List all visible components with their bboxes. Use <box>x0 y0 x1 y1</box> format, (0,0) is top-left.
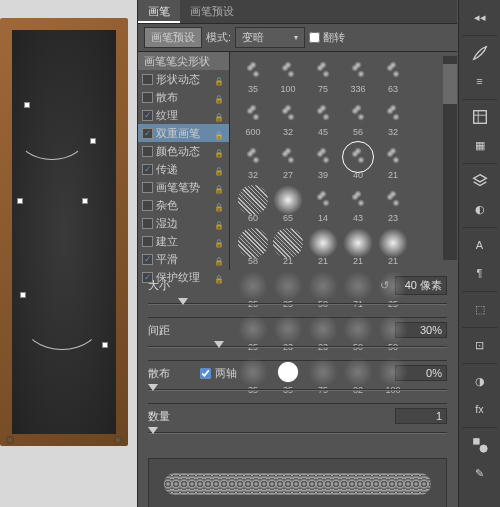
anchor-point[interactable] <box>24 102 30 108</box>
scatter-slider[interactable] <box>148 383 447 397</box>
lock-icon[interactable] <box>214 128 225 139</box>
info-icon[interactable]: ⊡ <box>465 332 495 358</box>
layers-icon[interactable] <box>465 168 495 194</box>
option-双重画笔[interactable]: 双重画笔 <box>138 124 229 142</box>
lock-icon[interactable] <box>214 236 225 247</box>
anchor-point[interactable] <box>90 138 96 144</box>
flip-checkbox[interactable]: 翻转 <box>309 30 345 45</box>
option-checkbox[interactable] <box>142 110 153 121</box>
brush-preset[interactable]: 45 <box>306 99 340 141</box>
lock-icon[interactable] <box>214 254 225 265</box>
slider-handle[interactable] <box>178 298 188 305</box>
collapse-icon[interactable]: ◂◂ <box>465 4 495 30</box>
tab-brush-presets[interactable]: 画笔预设 <box>180 0 244 23</box>
brush-preset[interactable]: 21 <box>376 142 410 184</box>
brush-preset[interactable]: 56 <box>341 99 375 141</box>
paragraph-icon[interactable]: ¶ <box>465 260 495 286</box>
brush-preset[interactable]: 21 <box>271 228 305 270</box>
channels-icon[interactable]: ◐ <box>465 196 495 222</box>
brush-preset[interactable]: 35 <box>236 56 270 98</box>
option-形状动态[interactable]: 形状动态 <box>138 70 229 88</box>
option-checkbox[interactable] <box>142 182 153 193</box>
count-field[interactable]: 1 <box>395 408 447 424</box>
brush-preset[interactable]: 58 <box>236 228 270 270</box>
option-checkbox[interactable] <box>142 146 153 157</box>
reset-size-icon[interactable]: ↺ <box>380 279 389 292</box>
brush-preset[interactable]: 39 <box>306 142 340 184</box>
tab-brush[interactable]: 画笔 <box>138 0 180 23</box>
option-checkbox[interactable] <box>142 200 153 211</box>
option-杂色[interactable]: 杂色 <box>138 196 229 214</box>
brush-preset[interactable]: 336 <box>341 56 375 98</box>
anchor-point[interactable] <box>82 198 88 204</box>
paths-icon[interactable]: ✎ <box>465 460 495 486</box>
size-slider[interactable] <box>148 297 447 311</box>
lock-icon[interactable] <box>214 182 225 193</box>
adjustments-icon[interactable]: ◑ <box>465 368 495 394</box>
option-传递[interactable]: 传递 <box>138 160 229 178</box>
lock-icon[interactable] <box>214 146 225 157</box>
brush-preset[interactable]: 65 <box>271 185 305 227</box>
swatches-icon[interactable]: ▦ <box>465 132 495 158</box>
slider-handle[interactable] <box>148 427 158 434</box>
anchor-point[interactable] <box>102 342 108 348</box>
brush-preset[interactable]: 75 <box>306 56 340 98</box>
option-checkbox[interactable] <box>142 236 153 247</box>
chalk-path[interactable] <box>17 110 87 160</box>
brush-preset[interactable]: 21 <box>376 228 410 270</box>
lock-icon[interactable] <box>214 164 225 175</box>
brush-preset-button[interactable]: 画笔预设 <box>144 27 202 48</box>
brush-preset[interactable]: 27 <box>271 142 305 184</box>
option-颜色动态[interactable]: 颜色动态 <box>138 142 229 160</box>
brush-preset[interactable]: 21 <box>341 228 375 270</box>
scrollbar-thumb[interactable] <box>443 64 457 104</box>
lock-icon[interactable] <box>214 92 225 103</box>
flip-checkbox-input[interactable] <box>309 32 320 43</box>
option-平滑[interactable]: 平滑 <box>138 250 229 268</box>
shapes-icon[interactable] <box>465 432 495 458</box>
option-纹理[interactable]: 纹理 <box>138 106 229 124</box>
character-icon[interactable]: A <box>465 232 495 258</box>
option-画笔笔势[interactable]: 画笔笔势 <box>138 178 229 196</box>
brush-presets-icon[interactable]: ≡ <box>465 68 495 94</box>
slider-handle[interactable] <box>148 384 158 391</box>
brush-preset[interactable]: 32 <box>236 142 270 184</box>
brush-tip-shape-header[interactable]: 画笔笔尖形状 <box>138 52 229 70</box>
history-icon[interactable] <box>465 104 495 130</box>
brush-preset[interactable]: 43 <box>341 185 375 227</box>
chalkboard-surface[interactable] <box>12 30 116 434</box>
brush-preset[interactable]: 63 <box>376 56 410 98</box>
anchor-point[interactable] <box>20 292 26 298</box>
brush-preset[interactable]: 32 <box>271 99 305 141</box>
option-checkbox[interactable] <box>142 218 153 229</box>
mode-dropdown[interactable]: 变暗 ▾ <box>235 27 305 48</box>
brush-preset[interactable]: 600 <box>236 99 270 141</box>
lock-icon[interactable] <box>214 200 225 211</box>
option-checkbox[interactable] <box>142 92 153 103</box>
option-散布[interactable]: 散布 <box>138 88 229 106</box>
brush-preset[interactable]: 14 <box>306 185 340 227</box>
brush-preset[interactable]: 21 <box>306 228 340 270</box>
chalk-path[interactable] <box>22 290 102 350</box>
option-checkbox[interactable] <box>142 164 153 175</box>
option-checkbox[interactable] <box>142 128 153 139</box>
option-checkbox[interactable] <box>142 254 153 265</box>
option-湿边[interactable]: 湿边 <box>138 214 229 232</box>
lock-icon[interactable] <box>214 272 225 283</box>
option-建立[interactable]: 建立 <box>138 232 229 250</box>
lock-icon[interactable] <box>214 218 225 229</box>
brush-preset[interactable]: 23 <box>376 185 410 227</box>
properties-icon[interactable]: ⬚ <box>465 296 495 322</box>
brush-preset[interactable]: 100 <box>271 56 305 98</box>
brush-preset[interactable]: 40 <box>341 142 375 184</box>
styles-icon[interactable]: fx <box>465 396 495 422</box>
spacing-slider[interactable] <box>148 340 447 354</box>
lock-icon[interactable] <box>214 110 225 121</box>
brushes-icon[interactable] <box>465 40 495 66</box>
brush-preset[interactable]: 32 <box>376 99 410 141</box>
slider-handle[interactable] <box>214 341 224 348</box>
brush-preset[interactable]: 60 <box>236 185 270 227</box>
option-checkbox[interactable] <box>142 74 153 85</box>
anchor-point[interactable] <box>17 198 23 204</box>
brush-scrollbar[interactable] <box>443 56 457 260</box>
